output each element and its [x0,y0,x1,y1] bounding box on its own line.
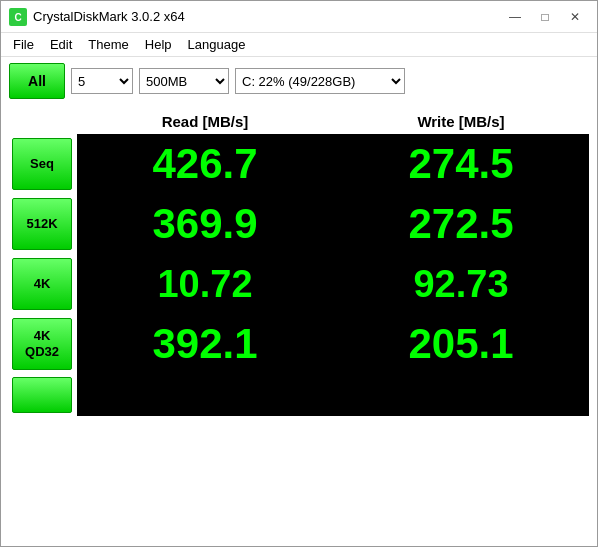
row-label-seq[interactable]: Seq [12,138,72,190]
menu-file[interactable]: File [5,35,42,54]
menu-language[interactable]: Language [180,35,254,54]
table-row: Seq426.7274.5 [9,134,589,194]
benchmark-table: Read [MB/s] Write [MB/s] Seq426.7274.551… [9,109,589,416]
app-icon: C [9,8,27,26]
window-title: CrystalDiskMark 3.0.2 x64 [33,9,501,24]
drive-dropdown[interactable]: C: 22% (49/228GB) [235,68,405,94]
count-dropdown[interactable]: 5 1 3 [71,68,133,94]
row-label-512k[interactable]: 512K [12,198,72,250]
svg-text:C: C [14,12,21,23]
window-controls: — □ ✕ [501,6,589,28]
size-dropdown[interactable]: 500MB 100MB 1GB [139,68,229,94]
empty-row-label [12,377,72,413]
minimize-button[interactable]: — [501,6,529,28]
menu-edit[interactable]: Edit [42,35,80,54]
menu-bar: File Edit Theme Help Language [1,33,597,57]
write-header: Write [MB/s] [333,109,589,134]
row-label-4k-qd32[interactable]: 4K QD32 [12,318,72,370]
table-row: 4K10.7292.73 [9,254,589,314]
write-value-3: 205.1 [408,320,513,367]
title-bar: C CrystalDiskMark 3.0.2 x64 — □ ✕ [1,1,597,33]
main-content: Read [MB/s] Write [MB/s] Seq426.7274.551… [1,105,597,546]
read-value-3: 392.1 [152,320,257,367]
menu-theme[interactable]: Theme [80,35,136,54]
table-row: 4K QD32392.1205.1 [9,314,589,374]
write-value-0: 274.5 [408,140,513,187]
read-value-0: 426.7 [152,140,257,187]
empty-row [9,374,589,416]
all-button[interactable]: All [9,63,65,99]
read-header: Read [MB/s] [77,109,333,134]
write-value-2: 92.73 [413,263,508,305]
close-button[interactable]: ✕ [561,6,589,28]
maximize-button[interactable]: □ [531,6,559,28]
menu-help[interactable]: Help [137,35,180,54]
row-label-4k[interactable]: 4K [12,258,72,310]
read-value-2: 10.72 [157,263,252,305]
write-value-1: 272.5 [408,200,513,247]
toolbar: All 5 1 3 500MB 100MB 1GB C: 22% (49/228… [1,57,597,105]
table-row: 512K369.9272.5 [9,194,589,254]
read-value-1: 369.9 [152,200,257,247]
